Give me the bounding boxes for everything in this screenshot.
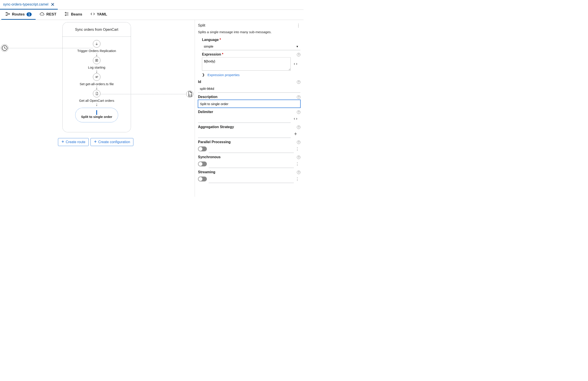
kebab-icon[interactable]: ⋮	[294, 177, 300, 181]
file-tab-active[interactable]: sync-orders-typescript.camel	[0, 0, 58, 10]
chevron-right-icon: ❯	[202, 73, 205, 77]
svg-point-4	[65, 15, 66, 16]
expression-label: Expression	[202, 52, 221, 56]
route-canvas[interactable]: Sync orders from OpenCart Trigger Orders…	[0, 20, 195, 197]
code-icon	[90, 12, 95, 18]
route-title: Sync orders from OpenCart	[63, 24, 131, 37]
parallel-toggle[interactable]	[198, 147, 207, 151]
delimiter-label: Delimiter	[198, 110, 213, 114]
button-label: Create configuration	[98, 140, 130, 144]
tab-rest-label: REST	[46, 12, 56, 17]
tab-routes[interactable]: Routes 1	[1, 10, 36, 20]
file-tab-bar: sync-orders-typescript.camel	[0, 0, 304, 10]
file-tab-name: sync-orders-typescript.camel	[3, 2, 48, 6]
help-icon[interactable]: ?	[297, 141, 300, 144]
node-set-file[interactable]: Set get-all-orders.ts file	[80, 73, 114, 86]
tab-routes-label: Routes	[12, 12, 25, 17]
script-icon[interactable]	[186, 90, 193, 98]
create-route-button[interactable]: Create route	[58, 138, 89, 146]
plus-icon	[94, 140, 97, 144]
parallel-input[interactable]	[209, 145, 294, 153]
description-label: Description	[198, 95, 217, 99]
node-log-starting[interactable]: Log starting	[88, 57, 105, 69]
expression-properties-link[interactable]: ❯ Expression properties	[202, 73, 300, 77]
tab-beans-label: Beans	[71, 12, 82, 17]
help-icon[interactable]: ?	[297, 80, 300, 84]
routes-count-badge: 1	[26, 12, 32, 16]
code-icon[interactable]	[291, 115, 300, 123]
id-label: Id	[198, 80, 201, 84]
streaming-toggle[interactable]	[198, 177, 207, 181]
tab-yaml-label: YAML	[97, 12, 107, 17]
aggregation-label: Aggregation Strategy	[198, 125, 234, 129]
node-get-orders[interactable]: Get all OpenCart orders	[79, 90, 114, 103]
svg-point-1	[6, 15, 7, 16]
beans-icon	[64, 12, 69, 18]
svg-point-3	[65, 12, 66, 13]
node-label: Get all OpenCart orders	[79, 99, 114, 103]
properties-panel: Split ⋮ Splits a single message into man…	[195, 20, 304, 197]
synchronous-toggle[interactable]	[198, 162, 207, 166]
kebab-icon[interactable]: ⋮	[296, 23, 300, 28]
node-trigger-orders[interactable]: Trigger Orders Replication	[77, 40, 116, 53]
view-tab-bar: Routes 1 REST Beans YAML	[0, 10, 304, 20]
plus-icon	[61, 140, 64, 144]
kebab-icon[interactable]: ⋮	[294, 147, 300, 151]
description-input[interactable]	[198, 100, 300, 108]
svg-point-2	[9, 13, 10, 14]
help-icon[interactable]: ?	[297, 126, 300, 129]
kebab-icon[interactable]: ⋮	[294, 162, 300, 166]
timer-icon[interactable]	[1, 44, 8, 52]
help-icon[interactable]: ?	[297, 53, 300, 56]
language-select[interactable]	[202, 43, 300, 50]
tab-yaml[interactable]: YAML	[86, 10, 111, 20]
node-label: Trigger Orders Replication	[77, 49, 116, 53]
plus-icon[interactable]	[291, 130, 300, 138]
panel-description: Splits a single message into many sub-me…	[198, 30, 300, 34]
help-icon[interactable]: ?	[297, 110, 300, 114]
synchronous-label: Synchronous	[198, 155, 221, 159]
parallel-label: Parallel Processing	[198, 140, 231, 144]
expression-textarea[interactable]	[202, 57, 291, 71]
node-label: Split to single order	[81, 115, 112, 119]
help-icon[interactable]: ?	[297, 156, 300, 159]
id-input[interactable]	[198, 85, 300, 93]
help-icon[interactable]: ?	[297, 170, 300, 174]
svg-point-0	[6, 12, 7, 13]
help-icon[interactable]: ?	[297, 95, 300, 99]
node-split-selected[interactable]: Split to single order	[75, 108, 118, 122]
synchronous-input[interactable]	[209, 160, 294, 168]
streaming-input[interactable]	[209, 175, 294, 183]
required-marker: *	[220, 38, 221, 42]
aggregation-input[interactable]	[198, 130, 291, 138]
node-label: Log starting	[88, 65, 105, 69]
routes-icon	[5, 12, 10, 18]
cloud-icon	[40, 12, 44, 18]
close-icon[interactable]	[51, 2, 55, 6]
route-container[interactable]: Sync orders from OpenCart Trigger Orders…	[63, 22, 131, 132]
streaming-label: Streaming	[198, 170, 215, 174]
required-marker: *	[222, 52, 223, 56]
tab-beans[interactable]: Beans	[60, 10, 86, 20]
delimiter-input[interactable]	[198, 115, 291, 123]
button-label: Create route	[66, 140, 85, 144]
create-configuration-button[interactable]: Create configuration	[90, 138, 133, 146]
language-label: Language	[202, 38, 219, 42]
node-label: Set get-all-orders.ts file	[80, 82, 114, 86]
panel-title: Split	[198, 23, 205, 28]
tab-rest[interactable]: REST	[36, 10, 60, 20]
code-icon[interactable]	[291, 57, 300, 71]
